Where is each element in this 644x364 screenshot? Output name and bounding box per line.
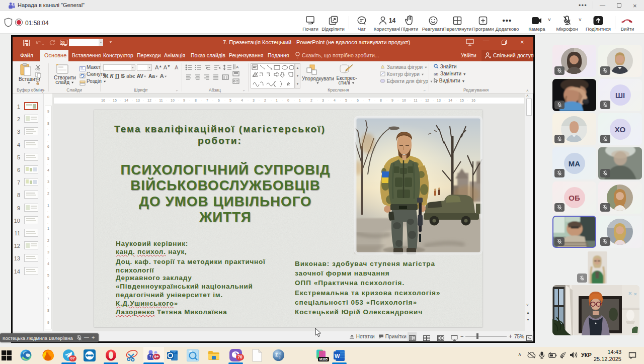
svg-text:50: 50 — [61, 41, 65, 44]
svg-text:T: T — [149, 354, 151, 358]
svg-text:W: W — [335, 353, 340, 359]
svg-text:β: β — [279, 356, 281, 359]
svg-text:Σ: Σ — [275, 352, 278, 357]
svg-text:α: α — [279, 351, 281, 355]
svg-text:A: A — [236, 65, 239, 69]
